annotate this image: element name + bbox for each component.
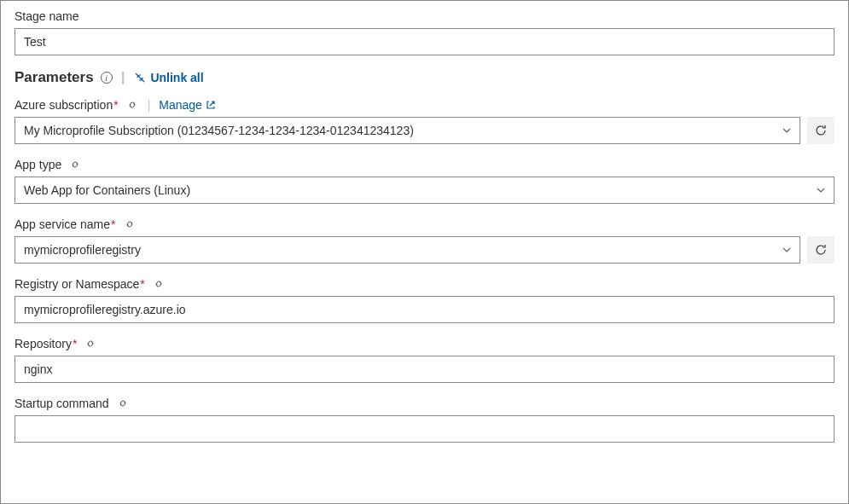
link-icon[interactable] (116, 397, 130, 410)
app-service-name-select[interactable]: mymicroprofileregistry (15, 236, 800, 264)
link-icon[interactable] (84, 337, 97, 350)
startup-command-input[interactable] (15, 415, 834, 443)
label-row-startup-command: Startup command (15, 397, 834, 410)
azure-subscription-select-wrapper: My Microprofile Subscription (01234567-1… (15, 117, 800, 144)
label-row-azure-subscription: Azure subscription* | Manage (15, 98, 834, 112)
input-row-startup-command (15, 415, 834, 443)
manage-link[interactable]: Manage (159, 98, 216, 112)
required-marker: * (111, 217, 115, 231)
app-type-select[interactable]: Web App for Containers (Linux) (15, 177, 834, 204)
external-link-icon (206, 100, 216, 110)
field-stage-name: Stage name (15, 9, 834, 55)
label-row-registry-namespace: Registry or Namespace* (15, 277, 834, 291)
app-service-name-select-wrapper: mymicroprofileregistry (15, 236, 800, 264)
field-app-type: App type Web App for Containers (Linux) (15, 158, 834, 204)
stage-name-input[interactable] (15, 28, 834, 55)
refresh-button-app-service[interactable] (807, 236, 834, 264)
parameters-heading-text: Parameters (15, 69, 94, 86)
required-marker: * (113, 98, 118, 112)
input-row-stage-name (15, 28, 834, 55)
input-row-app-service-name: mymicroprofileregistry (15, 236, 834, 264)
required-marker: * (140, 277, 144, 291)
input-row-app-type: Web App for Containers (Linux) (15, 177, 834, 204)
field-azure-subscription: Azure subscription* | Manage My M (15, 98, 834, 144)
info-icon[interactable]: i (101, 72, 113, 84)
input-row-repository (15, 356, 834, 383)
label-row-repository: Repository* (15, 337, 834, 350)
label-row-stage-name: Stage name (15, 9, 834, 23)
app-type-label: App type (15, 158, 61, 171)
azure-subscription-label: Azure subscription* (15, 98, 119, 112)
separator: | (121, 69, 125, 86)
manage-label: Manage (159, 98, 202, 112)
field-registry-namespace: Registry or Namespace* (15, 277, 834, 323)
link-icon[interactable] (125, 98, 139, 112)
startup-command-label: Startup command (15, 397, 109, 410)
required-marker: * (73, 337, 77, 350)
input-row-registry-namespace (15, 296, 834, 323)
unlink-all-label: Unlink all (150, 71, 203, 84)
registry-namespace-input[interactable] (15, 296, 834, 323)
stage-name-label: Stage name (15, 9, 79, 23)
repository-label: Repository* (15, 337, 77, 350)
parameters-heading: Parameters i | Unlink all (15, 69, 834, 86)
label-row-app-type: App type (15, 158, 834, 171)
field-repository: Repository* (15, 337, 834, 383)
repository-input[interactable] (15, 356, 834, 383)
separator: | (148, 98, 151, 112)
label-row-app-service-name: App service name* (15, 217, 834, 231)
link-icon[interactable] (152, 277, 166, 291)
stage-settings-panel: Stage name Parameters i | Unlink all Azu… (0, 0, 849, 504)
azure-subscription-select[interactable]: My Microprofile Subscription (01234567-1… (15, 117, 800, 144)
refresh-button-subscription[interactable] (807, 117, 834, 144)
field-app-service-name: App service name* mymicroprofileregistry (15, 217, 834, 264)
input-row-azure-subscription: My Microprofile Subscription (01234567-1… (15, 117, 834, 144)
app-service-name-label: App service name* (15, 217, 116, 231)
app-type-select-wrapper: Web App for Containers (Linux) (15, 177, 834, 204)
field-startup-command: Startup command (15, 397, 834, 443)
link-icon[interactable] (68, 158, 82, 171)
unlink-all-link[interactable]: Unlink all (133, 71, 203, 84)
unlink-icon (133, 71, 147, 84)
registry-namespace-label: Registry or Namespace* (15, 277, 145, 291)
link-icon[interactable] (123, 217, 137, 231)
